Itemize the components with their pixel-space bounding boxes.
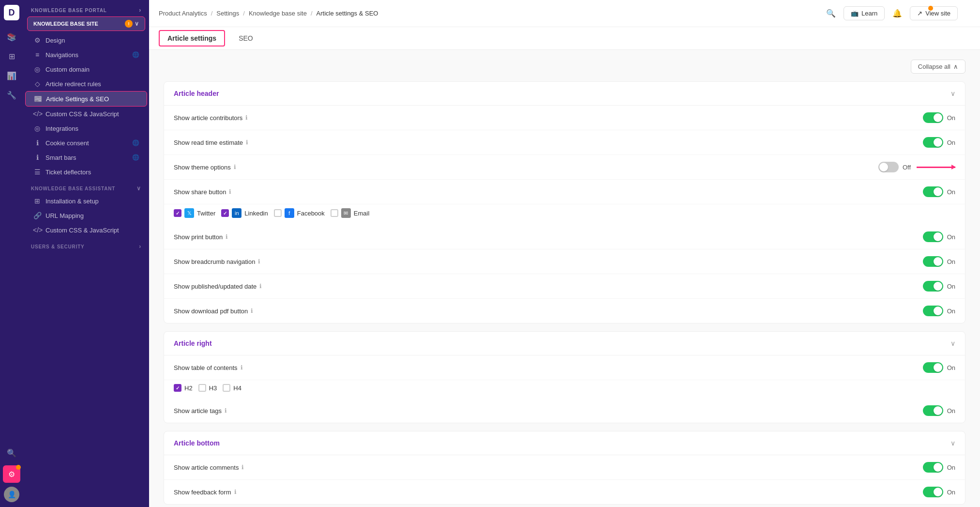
show-share-toggle[interactable] bbox=[923, 186, 943, 197]
breadcrumb-settings[interactable]: Settings bbox=[216, 10, 239, 17]
top-header: Product Analytics / Settings / Knowledge… bbox=[149, 0, 980, 27]
search-icon[interactable]: 🔍 bbox=[826, 9, 836, 18]
linkedin-checkbox[interactable]: ✓ bbox=[221, 209, 229, 217]
custom-domain-icon: ◎ bbox=[33, 65, 42, 73]
sidebar-item-custom-domain-label: Custom domain bbox=[45, 66, 90, 73]
collapse-all-button[interactable]: Collapse all ∧ bbox=[911, 60, 965, 74]
tab-article-settings[interactable]: Article settings bbox=[159, 30, 225, 46]
sidebar-item-article-redirect[interactable]: ◇ Article redirect rules bbox=[25, 77, 147, 91]
show-feedback-info-icon[interactable]: ℹ bbox=[234, 489, 237, 495]
setting-show-toc: Show table of contents ℹ On bbox=[164, 355, 965, 380]
email-checkbox[interactable]: ✓ bbox=[331, 209, 338, 217]
header-right: 🔍 📺 Learn 🔔 ↗ View site bbox=[826, 6, 970, 20]
facebook-checkbox[interactable]: ✓ bbox=[274, 209, 282, 217]
breadcrumb-kb-site[interactable]: Knowledge base site bbox=[249, 10, 307, 17]
show-comments-info-icon[interactable]: ℹ bbox=[241, 464, 244, 471]
show-toc-toggle[interactable] bbox=[923, 362, 943, 373]
show-share-info-icon[interactable]: ℹ bbox=[229, 188, 231, 195]
article-right-section-header[interactable]: Article right ∨ bbox=[164, 332, 965, 355]
view-site-button[interactable]: ↗ View site bbox=[910, 6, 958, 20]
article-right-chevron[interactable]: ∨ bbox=[950, 339, 955, 347]
sidebar-item-design[interactable]: ⚙ Design bbox=[25, 33, 147, 47]
kb-assistant-header[interactable]: KNOWLEDGE BASE ASSISTANT ∨ bbox=[23, 179, 149, 194]
share-option-linkedin[interactable]: ✓ in Linkedin bbox=[221, 208, 268, 218]
share-option-email[interactable]: ✓ ✉ Email bbox=[331, 208, 370, 218]
sidebar-item-ticket-deflectors-label: Ticket deflectors bbox=[45, 169, 91, 176]
sidebar-item-ticket-deflectors[interactable]: ☰ Ticket deflectors bbox=[25, 165, 147, 179]
sidebar-item-installation[interactable]: ⊞ Installation & setup bbox=[25, 194, 147, 208]
kb-assistant-chevron[interactable]: ∨ bbox=[136, 185, 141, 192]
show-print-info-icon[interactable]: ℹ bbox=[226, 233, 228, 240]
nav-icon-settings[interactable]: ⚙ bbox=[3, 465, 20, 483]
show-date-toggle[interactable] bbox=[923, 281, 943, 292]
share-option-facebook[interactable]: ✓ f Facebook bbox=[274, 208, 325, 218]
user-avatar[interactable]: 👤 bbox=[4, 487, 19, 502]
show-theme-toggle[interactable] bbox=[878, 162, 899, 172]
show-print-toggle[interactable] bbox=[923, 231, 943, 242]
sidebar-item-url-mapping[interactable]: 🔗 URL Mapping bbox=[25, 208, 147, 223]
url-mapping-icon: 🔗 bbox=[33, 212, 42, 219]
nav-icon-grid[interactable]: ⊞ bbox=[3, 47, 20, 65]
show-contributors-info-icon[interactable]: ℹ bbox=[245, 114, 248, 121]
nav-icon-chart[interactable]: 📊 bbox=[3, 67, 20, 84]
show-feedback-control: On bbox=[923, 487, 955, 497]
show-toc-control: On bbox=[923, 362, 955, 373]
kb-site-item[interactable]: KNOWLEDGE BASE SITE ! ∨ bbox=[27, 16, 145, 31]
show-feedback-toggle[interactable] bbox=[923, 487, 943, 497]
show-theme-control: Off bbox=[878, 162, 955, 172]
article-header-chevron[interactable]: ∨ bbox=[950, 90, 955, 97]
show-tags-info-icon[interactable]: ℹ bbox=[225, 407, 227, 414]
breadcrumb-product-analytics[interactable]: Product Analytics bbox=[159, 10, 207, 17]
show-comments-toggle[interactable] bbox=[923, 462, 943, 473]
show-breadcrumb-toggle[interactable] bbox=[923, 256, 943, 267]
show-theme-info-icon[interactable]: ℹ bbox=[234, 164, 236, 170]
sidebar-item-smart-bars[interactable]: ℹ Smart bars 🌐 bbox=[25, 150, 147, 165]
facebook-label: Facebook bbox=[297, 210, 325, 217]
sidebar-item-integrations[interactable]: ◎ Integrations bbox=[25, 121, 147, 136]
nav-icon-tools[interactable]: 🔧 bbox=[3, 86, 20, 104]
show-read-time-toggle[interactable] bbox=[923, 137, 943, 148]
sidebar-item-custom-css[interactable]: </> Custom CSS & JavaScript bbox=[25, 107, 147, 121]
site-chevron-icon[interactable]: ∨ bbox=[135, 20, 139, 27]
article-bottom-chevron[interactable]: ∨ bbox=[950, 439, 955, 447]
article-header-section-header[interactable]: Article header ∨ bbox=[164, 82, 965, 106]
sidebar-item-cookie-consent[interactable]: ℹ Cookie consent 🌐 bbox=[25, 136, 147, 150]
show-contributors-toggle[interactable] bbox=[923, 112, 943, 123]
users-security-chevron[interactable]: › bbox=[139, 243, 141, 250]
share-option-twitter[interactable]: ✓ 𝕏 Twitter bbox=[174, 208, 215, 218]
h2-checkbox[interactable]: ✓ bbox=[174, 384, 181, 392]
show-read-time-info-icon[interactable]: ℹ bbox=[246, 139, 248, 146]
sidebar-item-custom-css-2[interactable]: </> Custom CSS & JavaScript bbox=[25, 223, 147, 237]
sidebar-item-navigations[interactable]: ≡ Navigations 🌐 bbox=[25, 47, 147, 62]
show-toc-info-icon[interactable]: ℹ bbox=[241, 364, 243, 371]
notifications-icon[interactable]: 🔔 bbox=[892, 9, 902, 18]
app-logo[interactable]: D bbox=[4, 5, 19, 20]
heading-option-h4[interactable]: ✓ H4 bbox=[223, 384, 241, 392]
twitter-checkbox[interactable]: ✓ bbox=[174, 209, 181, 217]
article-bottom-section: Article bottom ∨ Show article comments ℹ… bbox=[164, 431, 965, 505]
pdf-toggle-slider bbox=[923, 306, 943, 316]
heading-option-h2[interactable]: ✓ H2 bbox=[174, 384, 193, 392]
show-pdf-toggle[interactable] bbox=[923, 306, 943, 316]
show-pdf-label: Show download pdf button ℹ bbox=[174, 307, 923, 315]
show-date-info-icon[interactable]: ℹ bbox=[259, 283, 262, 290]
heading-options-row: ✓ H2 ✓ H3 ✓ H4 bbox=[164, 380, 965, 399]
nav-icon-books[interactable]: 📚 bbox=[3, 28, 20, 46]
show-tags-toggle[interactable] bbox=[923, 405, 943, 416]
sidebar-item-navigations-label: Navigations bbox=[45, 51, 78, 59]
h3-checkbox[interactable]: ✓ bbox=[198, 384, 206, 392]
article-bottom-section-header[interactable]: Article bottom ∨ bbox=[164, 431, 965, 455]
nav-icon-search-bottom[interactable]: 🔍 bbox=[3, 444, 20, 461]
tab-seo[interactable]: SEO bbox=[229, 29, 263, 49]
show-pdf-info-icon[interactable]: ℹ bbox=[251, 307, 253, 314]
learn-icon: 📺 bbox=[851, 10, 859, 17]
kb-portal-chevron[interactable]: › bbox=[139, 7, 141, 14]
sidebar-item-article-settings[interactable]: 📰 Article Settings & SEO bbox=[25, 91, 147, 107]
heading-option-h3[interactable]: ✓ H3 bbox=[198, 384, 217, 392]
h4-checkbox[interactable]: ✓ bbox=[223, 384, 230, 392]
learn-button[interactable]: 📺 Learn bbox=[844, 6, 885, 20]
kb-portal-header[interactable]: KNOWLEDGE BASE PORTAL › bbox=[23, 0, 149, 16]
users-security-header[interactable]: USERS & SECURITY › bbox=[23, 237, 149, 252]
sidebar-item-custom-domain[interactable]: ◎ Custom domain bbox=[25, 62, 147, 77]
show-breadcrumb-info-icon[interactable]: ℹ bbox=[258, 258, 260, 265]
